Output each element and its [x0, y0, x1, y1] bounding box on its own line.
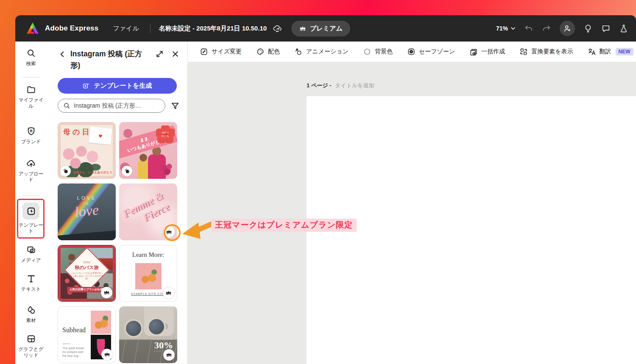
new-badge: NEW [616, 48, 633, 56]
sidebar-item-my-files[interactable]: マイファイル [15, 85, 47, 109]
labs-flask-icon[interactable] [619, 24, 628, 33]
premium-crown-badge [101, 349, 113, 360]
canvas-page[interactable] [307, 96, 636, 364]
zoom-control[interactable]: 71% [496, 25, 516, 32]
app-name: Adobe Express [45, 24, 98, 33]
toolbar-color-scheme-button[interactable]: 配色 [256, 47, 280, 56]
toolbar-show-replace-elements-button[interactable]: 置換要素を表示 [519, 47, 573, 56]
template-card-femme-fierce[interactable]: Femme & Fierce [119, 183, 177, 240]
premium-crown-badge [163, 349, 175, 361]
template-card-love-is-love[interactable]: LOVE IS love [58, 183, 116, 240]
toolbar-animation-button[interactable]: アニメーション [294, 47, 349, 56]
chevron-left-icon [58, 50, 67, 59]
template-card-learn-more[interactable]: Learn More: EXAMPLE.SITE.COM [119, 245, 177, 302]
sidebar-item-brand[interactable]: B ブランド [15, 126, 47, 144]
templates-icon [26, 206, 36, 216]
sidebar-divider [22, 77, 39, 78]
canvas-workspace[interactable]: 1 ページ - タイトルを追加 [188, 62, 636, 364]
sidebar-item-media[interactable]: メディア [15, 245, 47, 263]
toolbar-translate-button[interactable]: 翻訳 NEW [588, 47, 633, 56]
folder-icon [26, 85, 36, 94]
bus-icon: ▭▭ [70, 260, 104, 264]
toolbar-bulk-create-button[interactable]: 一括作成 [469, 47, 505, 56]
template-grid: 母の日 ♥ お母さん、いつもありがとう まま [58, 122, 177, 363]
premium-button[interactable]: プレミアム [291, 21, 350, 36]
toolbar-safe-zone-button[interactable]: セーフゾーン [407, 47, 455, 56]
sidebar-item-grids[interactable]: グラフとグリッド [15, 334, 47, 358]
swap-elements-icon [519, 47, 528, 56]
template-card-mama-thanks[interactable]: まま いつもありがとう 5がつ ひにち [119, 122, 177, 179]
close-icon [171, 50, 180, 58]
animation-icon [294, 47, 303, 56]
resize-icon [200, 47, 208, 56]
adobe-express-logo-icon [26, 22, 39, 35]
cloud-upload-icon [26, 158, 36, 168]
active-item-highlight [22, 203, 39, 220]
sidebar-divider [22, 195, 39, 196]
premium-label: プレミアム [310, 25, 343, 33]
generate-template-button[interactable]: テンプレートを生成 [58, 78, 177, 94]
brand-shield-icon: B [26, 126, 36, 136]
page-number-label: 1 ページ - [307, 82, 331, 89]
crown-icon [299, 25, 307, 32]
left-sidebar: 検索 マイファイル B ブランド アップロード [15, 42, 47, 364]
app-header: Adobe Express ファイル 名称未設定 - 2025年8月21日 10… [15, 15, 636, 42]
media-icon [26, 245, 36, 255]
toolbar-background-color-button[interactable]: 背景色 [363, 47, 393, 56]
sidebar-item-templates[interactable]: テンプレート [15, 203, 47, 234]
invite-people-button[interactable] [560, 21, 575, 36]
context-toolbar: サイズ変更 配色 アニメーション 背景色 [188, 42, 636, 62]
screen: Adobe Express ファイル 名称未設定 - 2025年8月21日 10… [0, 0, 636, 364]
sidebar-item-search[interactable]: 検索 [15, 48, 47, 67]
expand-icon [155, 50, 164, 58]
template-card-sunglasses-sale[interactable]: ———— ———— 30% ———— ———— [119, 306, 177, 363]
expand-panel-button[interactable] [155, 50, 164, 58]
adobe-express-window: Adobe Express ファイル 名称未設定 - 2025年8月21日 10… [15, 15, 636, 364]
svg-text:B: B [30, 129, 32, 133]
template-card-autumn-bus-trip[interactable]: ▭▭ 秋のバス旅 シルバーウィークは お手頃でゆっくり楽しめる バスツアーがおす… [58, 245, 116, 302]
text-icon [26, 274, 36, 283]
templates-panel: Instagram 投稿 (正方形) テンプレートを生成 [47, 42, 188, 364]
redo-button[interactable] [542, 24, 551, 33]
back-button[interactable] [58, 50, 67, 59]
flower-sticker: 5がつ ひにち [156, 125, 175, 143]
close-panel-button[interactable] [171, 50, 180, 58]
menu-file[interactable]: ファイル [113, 25, 139, 33]
grid-icon [26, 334, 36, 344]
animated-template-badge [60, 166, 71, 176]
chevron-down-icon [510, 26, 516, 31]
undo-button[interactable] [524, 24, 533, 33]
toolbar-resize-button[interactable]: サイズ変更 [200, 47, 242, 56]
palette-icon [256, 47, 265, 56]
template-search-input[interactable] [74, 103, 160, 109]
premium-crown-badge [101, 287, 112, 298]
heart-note: ♥ [89, 126, 112, 144]
premium-crown-badge [163, 287, 174, 299]
translate-icon [588, 47, 596, 56]
premium-crown-badge [163, 226, 175, 238]
template-card-mothers-day[interactable]: 母の日 ♥ お母さん、いつもありがとう [58, 122, 116, 179]
search-icon [26, 48, 36, 58]
cloud-sync-icon[interactable] [273, 24, 282, 33]
lightbulb-icon[interactable] [583, 24, 593, 33]
sidebar-item-elements[interactable]: 素材 [15, 305, 47, 323]
sidebar-item-upload[interactable]: アップロード [15, 158, 47, 183]
template-card-subhead[interactable]: Subhead The quick brown fox jumped over … [58, 306, 116, 363]
document-title[interactable]: 名称未設定 - 2025年8月21日 10.50.10 [159, 25, 267, 33]
template-search-box[interactable] [58, 99, 165, 113]
comment-icon[interactable] [601, 24, 611, 33]
generate-sparkle-icon [82, 82, 90, 90]
person-add-icon [563, 24, 572, 33]
zoom-level: 71% [496, 25, 508, 32]
search-icon [63, 102, 70, 109]
elements-shapes-icon [26, 305, 36, 315]
filter-funnel-icon [170, 101, 180, 111]
sidebar-item-text[interactable]: テキスト [15, 274, 47, 292]
page-title-placeholder[interactable]: タイトルを追加 [335, 82, 374, 89]
main-area: サイズ変更 配色 アニメーション 背景色 [188, 42, 636, 364]
safe-zone-icon [407, 47, 416, 56]
animated-template-badge [122, 166, 132, 176]
bulk-create-icon [469, 47, 478, 56]
filter-button[interactable] [170, 101, 180, 111]
background-color-swatch-icon [363, 47, 371, 56]
